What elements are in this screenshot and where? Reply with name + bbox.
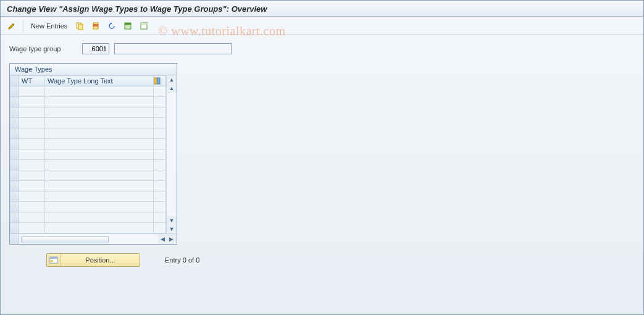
content-area: Wage type group Wage Types WT Wage Type …	[1, 35, 643, 267]
column-select[interactable]	[10, 76, 19, 86]
application-toolbar: New Entries	[1, 18, 643, 35]
vertical-scrollbar[interactable]: ▲ ▲ ▼ ▼	[166, 75, 177, 233]
table-row[interactable]	[10, 191, 166, 202]
entry-counter: Entry 0 of 0	[165, 256, 199, 264]
toggle-change-icon[interactable]	[6, 20, 18, 32]
delete-icon[interactable]	[90, 20, 102, 32]
scroll-up-icon[interactable]: ▲	[167, 75, 176, 84]
scroll-down-icon[interactable]: ▼	[167, 225, 176, 233]
title-divider	[1, 16, 643, 17]
position-button-label: Position...	[61, 256, 140, 264]
page-title: Change View "Assign Wage Types to Wage T…	[1, 1, 643, 16]
wage-types-table: WT Wage Type Long Text	[10, 75, 166, 233]
new-entries-button[interactable]: New Entries	[28, 22, 70, 30]
footer-row: Position... Entry 0 of 0	[9, 253, 635, 267]
position-icon	[47, 254, 61, 266]
hscroll-corner	[10, 234, 19, 244]
scroll-track[interactable]	[167, 93, 177, 216]
undo-icon[interactable]	[106, 20, 118, 32]
wage-type-group-code-input[interactable]	[82, 43, 109, 54]
position-button[interactable]: Position...	[46, 253, 140, 267]
hscroll-thumb[interactable]	[21, 236, 109, 243]
svg-rect-1	[78, 24, 83, 30]
table-row[interactable]	[10, 202, 166, 212]
grid-wrapper: WT Wage Type Long Text	[10, 75, 177, 233]
wage-types-panel-title: Wage Types	[10, 64, 177, 75]
horizontal-scrollbar[interactable]: ◀ ▶	[10, 233, 177, 244]
column-wt[interactable]: WT	[19, 76, 45, 86]
table-row[interactable]	[10, 181, 166, 191]
table-row[interactable]	[10, 212, 166, 223]
table-row[interactable]	[10, 107, 166, 118]
table-row[interactable]	[10, 160, 166, 170]
wage-type-group-row: Wage type group	[9, 43, 635, 54]
scroll-left-icon[interactable]: ◀	[158, 235, 167, 243]
table-row[interactable]	[10, 86, 166, 97]
wage-type-group-desc-input[interactable]	[114, 43, 232, 54]
svg-rect-12	[50, 257, 57, 259]
column-long-text[interactable]: Wage Type Long Text	[45, 76, 154, 86]
table-body	[10, 86, 166, 233]
svg-rect-8	[141, 23, 147, 25]
scroll-right-icon[interactable]: ▶	[167, 235, 175, 243]
svg-rect-6	[125, 23, 131, 25]
table-row[interactable]	[10, 223, 166, 233]
svg-rect-9	[154, 78, 157, 84]
table-row[interactable]	[10, 128, 166, 139]
select-all-icon[interactable]	[122, 20, 134, 32]
table-row[interactable]	[10, 97, 166, 107]
svg-rect-10	[157, 78, 160, 84]
wage-types-panel: Wage Types WT Wage Type Long Text	[9, 63, 177, 245]
toolbar-separator	[23, 20, 23, 32]
svg-rect-13	[51, 260, 53, 262]
copy-icon[interactable]	[73, 20, 86, 32]
wage-type-group-label: Wage type group	[9, 45, 77, 52]
scroll-down2-icon[interactable]: ▼	[167, 216, 176, 225]
table-row[interactable]	[10, 149, 166, 160]
column-configure-icon[interactable]	[154, 76, 166, 86]
deselect-all-icon[interactable]	[138, 20, 150, 32]
table-row[interactable]	[10, 139, 166, 149]
table-row[interactable]	[10, 170, 166, 181]
hscroll-track[interactable]	[19, 234, 158, 244]
scroll-up2-icon[interactable]: ▲	[167, 84, 176, 93]
table-row[interactable]	[10, 118, 166, 128]
